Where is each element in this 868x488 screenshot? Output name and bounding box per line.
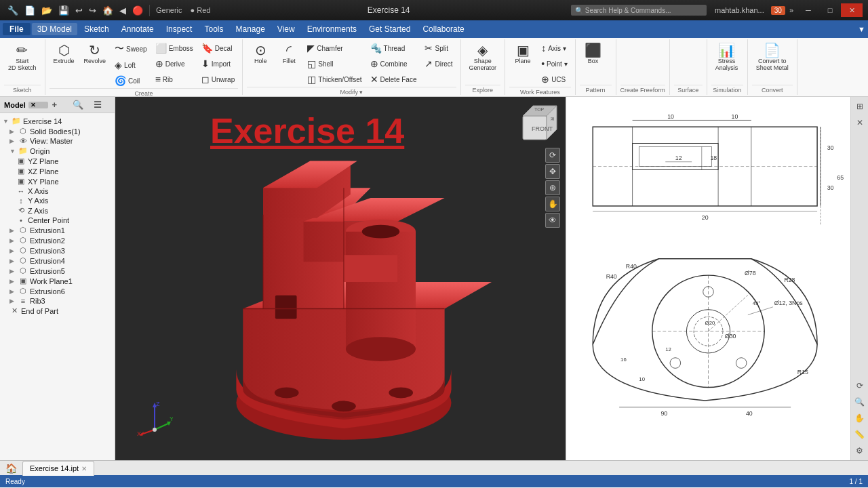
tree-item-y-axis[interactable]: ↕ Y Axis (0, 196, 115, 205)
point-btn[interactable]: • Point ▾ (538, 56, 570, 71)
tree-item-end-of-part[interactable]: ✕ End of Part (0, 306, 115, 316)
3d-viewport[interactable]: Exercise 14 (115, 97, 566, 460)
import-btn[interactable]: ⬇ Import (198, 56, 238, 71)
tree-item-extrusion2[interactable]: ▶ ⬡ Extrusion2 (0, 235, 115, 245)
delete-face-btn[interactable]: ✕ Delete Face (367, 72, 420, 87)
tree-item-exercise14[interactable]: ▼ 📁 Exercise 14 (0, 116, 115, 126)
window-controls[interactable]: ─ □ ✕ (797, 3, 863, 17)
tree-item-rib3[interactable]: ▶ ≡ Rib3 (0, 296, 115, 306)
emboss-btn[interactable]: ⬜ Emboss (152, 41, 197, 56)
extrude-btn[interactable]: ⬡ Extrude (50, 41, 79, 67)
tree-item-xy-plane[interactable]: ▣ XY Plane (0, 176, 115, 186)
menu-3dmodel[interactable]: 3D Model (32, 23, 77, 35)
cursor-btn[interactable]: ✥ (545, 164, 560, 179)
annotate-drawing-btn[interactable]: 📏 (853, 428, 867, 441)
minimize-btn[interactable]: ─ (797, 3, 819, 17)
close-drawing-btn[interactable]: ✕ (853, 116, 867, 129)
appearance-btn[interactable]: 🔴 (130, 5, 145, 16)
shell-btn[interactable]: ◱ Shell (304, 56, 365, 71)
menu-sketch[interactable]: Sketch (79, 23, 115, 35)
open-btn[interactable]: 📂 (39, 5, 54, 16)
tree-item-yz-plane[interactable]: ▣ YZ Plane (0, 156, 115, 166)
search-bar[interactable]: 🔍 Search Help & Commands... (571, 5, 707, 16)
sidebar-menu-btn[interactable]: ☰ (92, 99, 111, 110)
start-2d-sketch-btn[interactable]: ✏ Start2D Sketch (4, 41, 41, 74)
decal-btn[interactable]: 🔖 Decal (198, 41, 238, 56)
undo-btn[interactable]: ↩ (73, 5, 85, 16)
home-nav-btn[interactable]: 🏠 (100, 5, 115, 16)
sidebar-search-btn[interactable]: 🔍 (71, 99, 90, 110)
shape-generator-btn[interactable]: ◈ ShapeGenerator (465, 41, 501, 74)
tree-item-workplane1[interactable]: ▶ ▣ Work Plane1 (0, 276, 115, 286)
coil-btn[interactable]: 🌀 Coil (111, 73, 151, 88)
thread-btn[interactable]: 🔩 Thread (367, 41, 420, 56)
thicken-btn[interactable]: ◫ Thicken/Offset (304, 72, 365, 87)
zoom-all-btn[interactable]: ⊕ (545, 180, 560, 195)
save-btn[interactable]: 💾 (56, 5, 71, 16)
loft-btn[interactable]: ◈ Loft (111, 58, 151, 73)
pan-drawing-btn[interactable]: ✋ (853, 411, 867, 425)
hole-btn[interactable]: ⊙ Hole (247, 41, 274, 67)
tree-item-extrusion6[interactable]: ▶ ⬡ Extrusion6 (0, 286, 115, 296)
menu-get-started[interactable]: Get Started (363, 23, 416, 35)
sidebar-add-btn[interactable]: + (51, 99, 69, 110)
home-tab-btn[interactable]: 🏠 (0, 462, 22, 475)
orbit-btn[interactable]: ⟳ (545, 148, 560, 163)
new-btn[interactable]: 📄 (22, 5, 37, 16)
back-btn[interactable]: ◀ (117, 5, 128, 16)
help-toggle[interactable]: ▼ (858, 25, 865, 33)
direct-btn[interactable]: ↗ Direct (421, 56, 456, 71)
tree-item-xz-plane[interactable]: ▣ XZ Plane (0, 166, 115, 176)
expand-btn[interactable]: » (789, 6, 793, 14)
convert-sheet-btn[interactable]: 📄 Convert toSheet Metal (752, 41, 793, 74)
maximize-btn[interactable]: □ (819, 3, 841, 17)
menu-view[interactable]: View (272, 23, 300, 35)
tree-item-extrusion5[interactable]: ▶ ⬡ Extrusion5 (0, 266, 115, 276)
fillet-btn[interactable]: ◜ Fillet (275, 41, 302, 67)
ucs-btn[interactable]: ⊕ UCS (538, 72, 570, 87)
tree-item-origin[interactable]: ▼ 📁 Origin (0, 146, 115, 156)
menu-manage[interactable]: Manage (230, 23, 270, 35)
view-cube[interactable]: FRONT TOP R (519, 102, 560, 143)
expand-drawing-btn[interactable]: ⊞ (853, 100, 867, 113)
svg-text:90: 90 (660, 410, 667, 417)
tree-item-extrusion4[interactable]: ▶ ⬡ Extrusion4 (0, 256, 115, 266)
tree-item-view-master[interactable]: ▶ 👁 View: Master (0, 136, 115, 146)
rotate-view-btn[interactable]: ⟳ (853, 379, 867, 392)
tree-item-extrusion3[interactable]: ▶ ⬡ Extrusion3 (0, 245, 115, 256)
derive-btn[interactable]: ⊕ Derive (152, 56, 197, 71)
split-btn[interactable]: ✂ Split (421, 41, 456, 56)
tab-close-btn[interactable]: ✕ (81, 465, 87, 472)
look-at-btn[interactable]: 👁 (545, 213, 560, 228)
revolve-btn[interactable]: ↻ Revolve (80, 41, 111, 67)
tree-item-z-axis[interactable]: ⟲ Z Axis (0, 205, 115, 216)
file-menu[interactable]: File (3, 23, 31, 35)
chamfer-btn[interactable]: ◤ Chamfer (304, 41, 365, 56)
app-menu-btn[interactable]: 🔧 (5, 5, 20, 16)
rib-btn[interactable]: ≡ Rib (152, 72, 197, 87)
unwrap-btn[interactable]: ◻ Unwrap (198, 72, 238, 87)
axis-btn[interactable]: ↕ Axis ▾ (538, 41, 570, 56)
combine-btn[interactable]: ⊕ Combine (367, 56, 420, 71)
menu-collaborate[interactable]: Collaborate (417, 23, 469, 35)
zoom-drawing-btn[interactable]: 🔍 (853, 395, 867, 409)
menu-tools[interactable]: Tools (199, 23, 229, 35)
tree-item-solid-bodies[interactable]: ▶ ⬡ Solid Bodies(1) (0, 126, 115, 136)
menu-inspect[interactable]: Inspect (161, 23, 198, 35)
redo-btn[interactable]: ↪ (87, 5, 98, 16)
quick-access-toolbar[interactable]: 🔧 📄 📂 💾 ↩ ↪ 🏠 ◀ 🔴 (5, 5, 150, 16)
tab-exercise14[interactable]: Exercise 14.ipt ✕ (22, 461, 94, 476)
box-btn[interactable]: ⬛ Box (580, 41, 607, 67)
menu-annotate[interactable]: Annotate (116, 23, 159, 35)
tree-item-center-point[interactable]: • Center Point (0, 216, 115, 225)
settings-drawing-btn[interactable]: ⚙ (853, 444, 867, 458)
tree-item-x-axis[interactable]: ↔ X Axis (0, 186, 115, 196)
model-tab-close[interactable]: ✕ (28, 102, 48, 108)
tree-item-extrusion1[interactable]: ▶ ⬡ Extrusion1 (0, 225, 115, 235)
pan-btn[interactable]: ✋ (545, 197, 560, 211)
sweep-btn[interactable]: 〜 Sweep (111, 41, 151, 57)
plane-btn[interactable]: ▣ Plane (509, 41, 536, 67)
menu-environments[interactable]: Environments (302, 23, 362, 35)
stress-analysis-btn[interactable]: 📊 StressAnalysis (711, 41, 743, 74)
close-btn[interactable]: ✕ (841, 3, 863, 17)
